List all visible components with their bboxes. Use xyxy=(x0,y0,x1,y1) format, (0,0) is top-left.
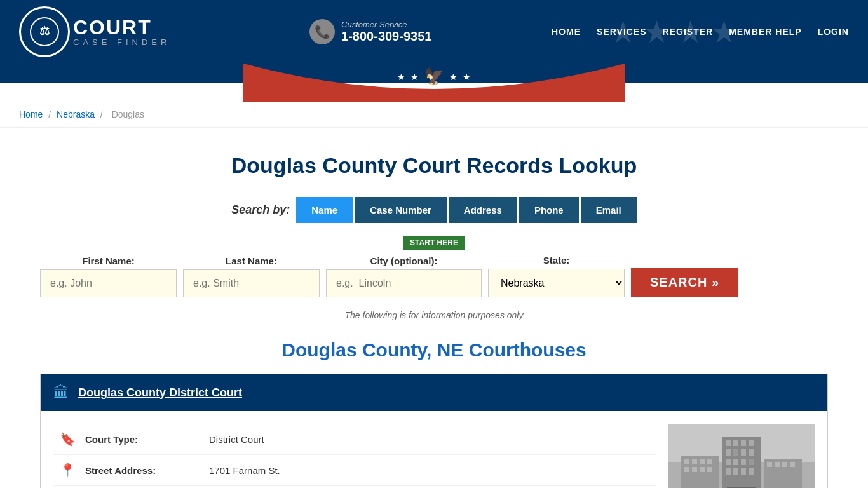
cs-phone: 1-800-309-9351 xyxy=(341,29,431,44)
state-select[interactable]: Nebraska Alabama Alaska Arizona Arkansas… xyxy=(488,269,625,297)
court-card-header-0: 🏛 Douglas County District Court xyxy=(41,374,827,411)
tab-name[interactable]: Name xyxy=(296,197,353,223)
address-label: Street Address: xyxy=(85,465,200,476)
svg-rect-26 xyxy=(684,467,689,472)
svg-rect-13 xyxy=(726,459,731,465)
court-image-0: BAINE xyxy=(668,424,815,488)
city-group: City (optional): xyxy=(326,255,482,297)
nav-register[interactable]: REGISTER xyxy=(663,27,714,37)
court-type-label: Court Type: xyxy=(85,434,200,445)
court-card-body-0: 🔖 Court Type: District Court 📍 Street Ad… xyxy=(41,411,827,488)
court-card-title-0[interactable]: Douglas County District Court xyxy=(78,386,242,400)
cs-details: Customer Service 1-800-309-9351 xyxy=(341,20,431,44)
breadcrumb: Home / Nebraska / Douglas xyxy=(0,102,868,128)
start-here-badge: START HERE xyxy=(403,236,465,250)
header: ★ ★ ★ ★ ⚖ COURT CASE FINDER 📞 Customer S… xyxy=(0,0,868,64)
main-nav: HOME SERVICES REGISTER MEMBER HELP LOGIN xyxy=(552,27,849,37)
tab-address[interactable]: Address xyxy=(449,197,517,223)
star-right-1: ★ xyxy=(449,72,458,82)
search-section: Search by: Name Case Number Address Phon… xyxy=(40,197,828,320)
court-type-row: 🔖 Court Type: District Court xyxy=(53,424,656,455)
logo-area: ⚖ COURT CASE FINDER xyxy=(19,6,170,57)
svg-rect-7 xyxy=(741,440,746,446)
logo-text-area: COURT CASE FINDER xyxy=(73,17,170,47)
logo-case-finder-text: CASE FINDER xyxy=(73,37,170,47)
svg-rect-5 xyxy=(726,440,731,446)
svg-rect-15 xyxy=(741,459,746,465)
svg-rect-33 xyxy=(782,462,787,467)
svg-rect-11 xyxy=(741,449,746,456)
city-label: City (optional): xyxy=(326,255,482,266)
info-note: The following is for information purpose… xyxy=(40,310,828,320)
breadcrumb-state[interactable]: Nebraska xyxy=(57,109,95,119)
logo-court-text: COURT xyxy=(73,17,152,37)
cs-label: Customer Service xyxy=(341,20,431,29)
breadcrumb-home[interactable]: Home xyxy=(19,109,43,119)
phone-icon: 📞 xyxy=(309,19,335,44)
svg-rect-23 xyxy=(692,459,697,464)
court-type-value: District Court xyxy=(209,434,264,445)
court-address-row: 📍 Street Address: 1701 Farnam St. xyxy=(53,455,656,486)
svg-rect-27 xyxy=(692,467,697,472)
svg-rect-8 xyxy=(749,440,754,446)
svg-rect-32 xyxy=(775,462,780,467)
svg-rect-19 xyxy=(741,468,746,475)
svg-rect-24 xyxy=(700,459,705,464)
search-by-row: Search by: Name Case Number Address Phon… xyxy=(40,197,828,223)
svg-rect-10 xyxy=(733,449,738,456)
breadcrumb-sep-2: / xyxy=(100,109,105,119)
last-name-group: Last Name: xyxy=(183,255,320,297)
address-icon: 📍 xyxy=(60,463,76,478)
svg-rect-28 xyxy=(700,467,705,472)
search-form-container: START HERE First Name: Last Name: City (… xyxy=(40,236,828,297)
court-building-svg: BAINE xyxy=(668,424,815,488)
city-input[interactable] xyxy=(326,269,482,297)
court-card-0: 🏛 Douglas County District Court 🔖 Court … xyxy=(40,374,828,488)
svg-rect-34 xyxy=(790,462,795,467)
svg-rect-12 xyxy=(749,449,754,456)
search-form: First Name: Last Name: City (optional): … xyxy=(40,255,828,297)
address-value: 1701 Farnam St. xyxy=(209,465,280,476)
tab-case-number[interactable]: Case Number xyxy=(355,197,447,223)
search-by-label: Search by: xyxy=(231,203,290,217)
svg-rect-14 xyxy=(733,459,738,465)
last-name-label: Last Name: xyxy=(183,255,320,266)
breadcrumb-sep-1: / xyxy=(48,109,53,119)
star-right-2: ★ xyxy=(463,72,471,82)
court-type-icon: 🔖 xyxy=(60,431,76,447)
banner-curve: ★ ★ 🦅 ★ ★ xyxy=(0,64,868,102)
first-name-input[interactable] xyxy=(40,269,177,297)
svg-rect-20 xyxy=(749,468,754,475)
eagle-center: ★ ★ 🦅 ★ ★ xyxy=(397,67,471,86)
courthouse-icon: 🏛 xyxy=(53,384,69,402)
svg-rect-22 xyxy=(684,459,689,464)
star-left-2: ★ xyxy=(410,72,419,82)
svg-rect-9 xyxy=(726,449,731,456)
tab-email[interactable]: Email xyxy=(581,197,637,223)
svg-rect-31 xyxy=(767,462,772,467)
search-tabs: Name Case Number Address Phone Email xyxy=(296,197,636,223)
svg-rect-29 xyxy=(707,467,712,472)
svg-rect-18 xyxy=(733,468,738,475)
svg-rect-16 xyxy=(749,459,754,465)
customer-service: 📞 Customer Service 1-800-309-9351 xyxy=(309,19,431,44)
nav-member-help[interactable]: MEMBER HELP xyxy=(729,27,801,37)
page-title: Douglas County Court Records Lookup xyxy=(40,153,828,178)
eagle-icon: 🦅 xyxy=(424,67,444,86)
last-name-input[interactable] xyxy=(183,269,320,297)
svg-rect-17 xyxy=(726,468,731,475)
first-name-group: First Name: xyxy=(40,255,177,297)
nav-services[interactable]: SERVICES xyxy=(597,27,647,37)
courthouses-title: Douglas County, NE Courthouses xyxy=(40,339,828,361)
main-content: Douglas County Court Records Lookup Sear… xyxy=(21,128,847,488)
state-group: State: Nebraska Alabama Alaska Arizona A… xyxy=(488,255,625,297)
first-name-label: First Name: xyxy=(40,255,177,266)
state-label: State: xyxy=(488,255,625,266)
svg-text:⚖: ⚖ xyxy=(39,25,50,37)
nav-login[interactable]: LOGIN xyxy=(818,27,849,37)
svg-rect-25 xyxy=(707,459,712,464)
tab-phone[interactable]: Phone xyxy=(519,197,579,223)
nav-home[interactable]: HOME xyxy=(552,27,581,37)
search-button[interactable]: SEARCH » xyxy=(631,268,738,297)
breadcrumb-county: Douglas xyxy=(112,109,144,119)
